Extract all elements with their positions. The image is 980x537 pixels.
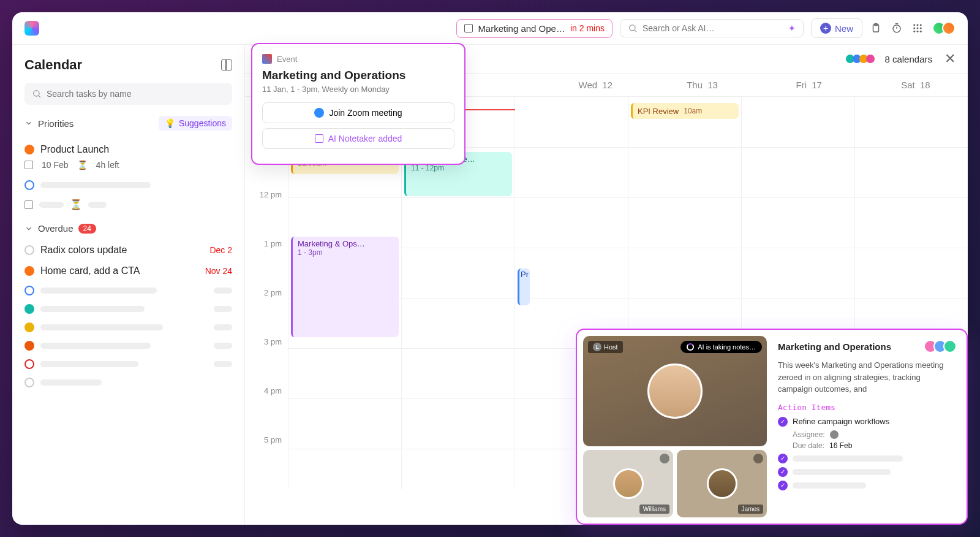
overdue-skeleton (24, 318, 232, 337)
day-header[interactable]: Fri 17 (755, 74, 861, 96)
calendar-event[interactable]: Marketing & Ops… 1 - 3pm (291, 237, 399, 337)
mute-icon (660, 454, 669, 463)
upcoming-event-chip[interactable]: Marketing and Ope… in 2 mins (456, 19, 612, 38)
meeting-ai-card: Host AI is taking notes… Williams James (576, 329, 968, 525)
panel-toggle-icon[interactable] (221, 59, 232, 70)
action-items-header: Action Items (778, 403, 957, 412)
overdue-skeleton (24, 281, 232, 300)
ai-notetaker-button[interactable]: AI Notetaker added (262, 128, 454, 149)
meeting-summary: This week's Marketing and Operations mee… (778, 359, 957, 395)
calendar-color-dots[interactable] (848, 55, 875, 63)
svg-point-12 (920, 28, 922, 29)
event-countdown: in 2 mins (570, 23, 605, 33)
day-header[interactable]: Thu 13 (647, 74, 754, 96)
priorities-toggle[interactable]: Priorities (24, 118, 74, 129)
priority-task[interactable]: Product Launch (24, 139, 232, 160)
date-icon (24, 161, 33, 169)
svg-point-0 (630, 25, 635, 31)
svg-line-1 (635, 30, 636, 32)
svg-point-10 (913, 28, 915, 29)
overdue-skeleton (24, 300, 232, 318)
overdue-task[interactable]: Home card, add a CTA Nov 24 (24, 261, 232, 281)
svg-point-13 (913, 31, 915, 32)
ai-notes-badge: AI is taking notes… (680, 341, 762, 353)
overdue-task[interactable]: Radix colors update Dec 2 (24, 240, 232, 261)
user-avatars[interactable] (932, 21, 956, 35)
join-zoom-button[interactable]: Join Zoom meeting (262, 102, 454, 123)
app-logo[interactable] (24, 21, 39, 36)
calendar-count: 8 calendars (884, 54, 932, 64)
event-popover: Event Marketing and Operations 11 Jan, 1… (251, 43, 466, 165)
popover-subtitle: 11 Jan, 1 - 3pm, Weekly on Monday (262, 85, 454, 94)
topbar: Marketing and Ope… in 2 mins ✦ + New (12, 12, 968, 45)
popover-title: Marketing and Operations (262, 69, 454, 82)
hourglass-icon: ⏳ (70, 199, 82, 210)
suggestions-button[interactable]: 💡 Suggestions (159, 116, 232, 131)
search-icon (32, 89, 42, 99)
calendar-event[interactable]: Pr (518, 268, 530, 305)
apps-grid-icon[interactable] (911, 22, 924, 34)
main-video-tile[interactable]: Host AI is taking notes… (583, 336, 767, 446)
day-header[interactable]: Sat 18 (861, 74, 968, 96)
overdue-skeleton (24, 337, 232, 355)
priority-task-skeleton (24, 176, 232, 194)
overdue-skeleton (24, 355, 232, 373)
google-calendar-icon (262, 54, 272, 64)
document-icon (315, 134, 323, 143)
zoom-icon (314, 108, 324, 118)
date-icon (24, 200, 33, 209)
attendee-avatars[interactable] (927, 340, 957, 353)
overdue-skeleton (24, 373, 232, 392)
svg-point-15 (920, 31, 922, 32)
sidebar-title: Calendar (24, 57, 82, 73)
sidebar: Calendar Priorities 💡 Suggestions Pr (12, 45, 245, 525)
event-chip-title: Marketing and Ope… (478, 23, 565, 34)
svg-line-17 (39, 96, 40, 97)
ai-notes-panel: Marketing and Operations This week's Mar… (774, 336, 960, 517)
calendar-icon (464, 24, 473, 32)
assignee-avatar (830, 430, 839, 439)
plus-icon: + (820, 23, 831, 34)
hourglass-icon: ⏳ (77, 160, 88, 170)
close-icon[interactable]: ✕ (944, 51, 956, 67)
clipboard-icon[interactable] (870, 22, 882, 34)
new-button[interactable]: + New (811, 18, 862, 38)
task-search[interactable] (24, 83, 232, 105)
timer-icon[interactable] (891, 22, 903, 34)
lightbulb-icon: 💡 (165, 118, 175, 128)
status-circle-icon[interactable] (24, 245, 34, 255)
action-item[interactable]: ✓ Refine campaign workflows (778, 417, 957, 427)
global-search[interactable]: ✦ (620, 19, 804, 37)
task-meta-row: 10 Feb ⏳ 4h left (24, 160, 232, 170)
svg-point-16 (34, 91, 39, 96)
day-header[interactable]: Wed 12 (541, 74, 647, 96)
status-circle-icon[interactable] (24, 145, 34, 154)
calendar-event[interactable]: KPI Review 10am (631, 103, 739, 119)
mute-icon (753, 454, 763, 463)
svg-point-7 (913, 24, 915, 26)
search-input[interactable] (643, 23, 783, 33)
task-search-input[interactable] (47, 89, 225, 99)
spinner-icon (687, 343, 694, 351)
participant-video-tile[interactable]: James (677, 450, 767, 517)
search-icon (628, 23, 638, 33)
svg-point-8 (917, 24, 919, 26)
overdue-toggle[interactable]: Overdue 24 (24, 223, 232, 234)
status-circle-icon (24, 180, 34, 190)
svg-point-11 (917, 28, 919, 29)
participant-video-tile[interactable]: Williams (583, 450, 673, 517)
ai-sparkle-icon: ✦ (788, 23, 796, 33)
chevron-down-icon (24, 119, 33, 128)
host-badge: Host (588, 341, 623, 353)
svg-point-14 (917, 31, 919, 32)
app-window: Marketing and Ope… in 2 mins ✦ + New Cal… (12, 12, 968, 525)
chevron-down-icon (24, 224, 33, 233)
notes-title: Marketing and Operations (778, 341, 891, 352)
overdue-count-badge: 24 (78, 224, 96, 234)
check-icon[interactable]: ✓ (778, 417, 788, 427)
status-circle-icon[interactable] (24, 266, 34, 276)
svg-point-9 (920, 24, 922, 26)
priority-task-skeleton: ⏳ (24, 194, 232, 215)
